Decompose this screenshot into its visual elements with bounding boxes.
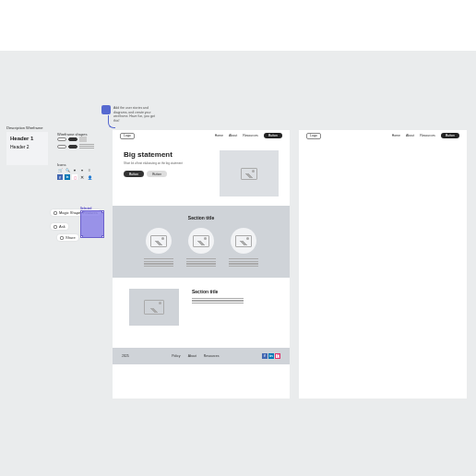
footer-link-policy[interactable]: Policy [172, 354, 180, 358]
wireframe-page-2[interactable]: Logo Home About Resources Button [299, 130, 467, 399]
pill-dark-shape[interactable] [68, 137, 77, 141]
resize-handle[interactable] [80, 210, 83, 213]
nav-cta-button[interactable]: Button [264, 133, 282, 138]
close-icon[interactable]: ✕ [79, 174, 85, 180]
instagram-icon[interactable]: ◻ [72, 174, 77, 180]
footer-link-about[interactable]: About [188, 354, 196, 358]
resize-handle[interactable] [101, 210, 104, 213]
pill-shape[interactable] [57, 145, 66, 149]
header2-sample[interactable]: Header 2 [10, 144, 44, 149]
footer-link-resources[interactable]: Resources [204, 354, 220, 358]
chevron-down-icon[interactable]: ▾ [79, 167, 85, 173]
hero-title: Big statement [124, 150, 208, 159]
nav-home[interactable]: Home [215, 134, 223, 137]
lines-shape[interactable] [79, 144, 94, 149]
callout-marker[interactable] [101, 105, 111, 114]
nav-cta-button[interactable]: Button [441, 133, 459, 138]
footer: 2025 Policy About Resources f in ◻ [113, 348, 290, 364]
hero-section: Big statement Short bit of text elaborat… [113, 141, 290, 206]
detail-section: Section title [113, 278, 290, 337]
nav-home[interactable]: Home [392, 134, 400, 137]
menu-icon[interactable]: ≡ [87, 167, 92, 173]
hero-button-secondary[interactable]: Button [147, 171, 167, 177]
logo[interactable]: Logo [306, 133, 321, 139]
heart-icon[interactable]: ♥ [72, 167, 77, 173]
desc-wireframe-label: Description Wireframe [6, 125, 43, 130]
image-placeholder-icon [188, 228, 214, 254]
image-placeholder-icon [231, 228, 256, 254]
pill-shape[interactable] [57, 137, 66, 141]
magic-shape-button[interactable]: Magic Shape [51, 209, 83, 216]
facebook-icon[interactable]: f [262, 353, 268, 359]
hero-button-primary[interactable]: Button [124, 171, 144, 177]
nav-resources[interactable]: Resources [420, 134, 435, 137]
nav-resources[interactable]: Resources [243, 134, 258, 137]
nav-about[interactable]: About [229, 134, 237, 137]
callout-text: Add the user stories and diagrams, and c… [113, 106, 160, 123]
section-title: Section title [124, 215, 279, 220]
hero-image-placeholder [220, 150, 279, 196]
callout-arrow [108, 115, 115, 128]
swatch-shape[interactable] [79, 137, 87, 142]
linkedin-icon[interactable]: in [268, 353, 274, 359]
icons-panel: 🛒 🔍 ♥ ▾ ≡ f in ◻ ✕ 👤 [57, 167, 101, 182]
navbar: Logo Home About Resources Button [113, 130, 290, 141]
ask-button[interactable]: Ask [51, 223, 68, 230]
search-icon[interactable]: 🔍 [65, 167, 70, 173]
resize-handle[interactable] [101, 235, 104, 238]
shapes-panel [57, 137, 101, 151]
logo[interactable]: Logo [120, 133, 135, 139]
hero-subtitle: Short bit of text elaborating on the big… [124, 161, 208, 165]
image-placeholder-icon [146, 228, 172, 254]
header1-sample[interactable]: Header 1 [10, 136, 44, 141]
facebook-icon[interactable]: f [57, 174, 63, 180]
feature-col [229, 228, 258, 268]
wireframe-page-1[interactable]: Logo Home About Resources Button Big sta… [113, 130, 290, 399]
selected-shape[interactable] [80, 210, 104, 238]
user-icon[interactable]: 👤 [87, 174, 92, 180]
linkedin-icon[interactable]: in [65, 174, 70, 180]
navbar: Logo Home About Resources Button [299, 130, 467, 141]
typography-panel: Header 1 Header 2 [6, 132, 48, 165]
instagram-icon[interactable]: ◻ [275, 353, 280, 359]
cart-icon[interactable]: 🛒 [57, 167, 63, 173]
features-section: Section title [113, 206, 290, 278]
pill-dark-shape[interactable] [68, 145, 77, 149]
image-placeholder [129, 289, 179, 326]
section-title: Section title [192, 289, 244, 294]
resize-handle[interactable] [80, 235, 83, 238]
footer-year: 2025 [122, 354, 129, 358]
share-button[interactable]: Share [57, 234, 78, 241]
nav-about[interactable]: About [406, 134, 414, 137]
feature-col [186, 228, 216, 268]
feature-col [144, 228, 173, 268]
